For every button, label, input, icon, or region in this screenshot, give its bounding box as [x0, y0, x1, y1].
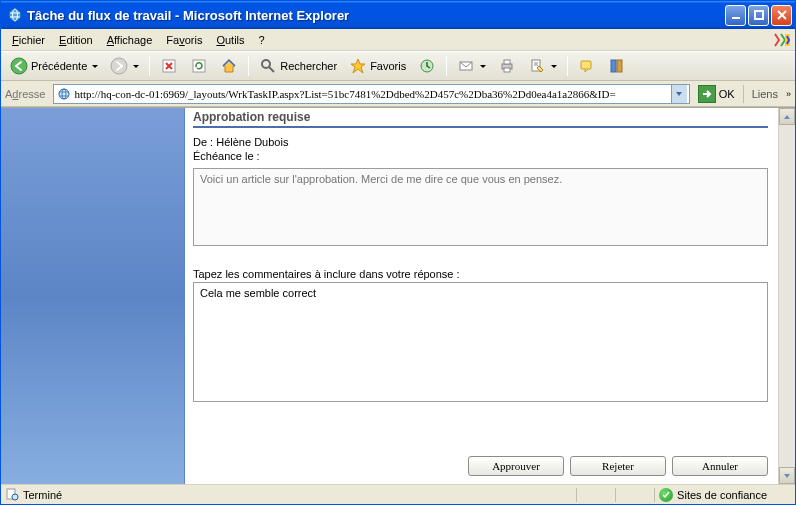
security-zone: Sites de confiance — [677, 489, 767, 501]
forward-icon — [110, 57, 128, 75]
back-button[interactable]: Précédente — [5, 54, 103, 78]
message-box: Voici un article sur l'approbation. Merc… — [193, 168, 768, 246]
svg-point-25 — [59, 89, 69, 99]
discuss-icon — [578, 57, 596, 75]
menu-help[interactable]: ? — [252, 32, 272, 48]
page-status-icon — [5, 487, 19, 503]
history-button[interactable] — [413, 54, 441, 78]
scrollbar[interactable] — [778, 108, 795, 484]
history-icon — [418, 57, 436, 75]
maximize-button[interactable] — [748, 5, 769, 26]
svg-line-13 — [269, 67, 274, 72]
back-icon — [10, 57, 28, 75]
svg-rect-22 — [581, 61, 591, 69]
links-label[interactable]: Liens — [748, 88, 782, 100]
search-button[interactable]: Rechercher — [254, 54, 342, 78]
due-line: Échéance le : — [193, 150, 768, 162]
forward-button[interactable] — [105, 54, 144, 78]
back-label: Précédente — [31, 60, 87, 72]
dropdown-icon — [480, 65, 486, 68]
dropdown-icon — [92, 65, 98, 68]
discuss-button[interactable] — [573, 54, 601, 78]
svg-point-28 — [12, 494, 18, 500]
menu-tools[interactable]: Outils — [209, 32, 251, 48]
from-label: De : — [193, 136, 213, 148]
svg-point-9 — [111, 58, 127, 74]
mail-button[interactable] — [452, 54, 491, 78]
window-title: Tâche du flux de travail - Microsoft Int… — [27, 8, 725, 23]
favorites-button[interactable]: Favoris — [344, 54, 411, 78]
status-text: Terminé — [23, 489, 62, 501]
svg-rect-18 — [504, 68, 510, 72]
reject-button[interactable]: Rejeter — [570, 456, 666, 476]
edit-icon — [528, 57, 546, 75]
dropdown-icon — [551, 65, 557, 68]
svg-point-12 — [262, 60, 270, 68]
research-icon — [608, 57, 626, 75]
print-icon — [498, 57, 516, 75]
go-arrow-icon — [698, 85, 716, 103]
dropdown-icon — [133, 65, 139, 68]
home-button[interactable] — [215, 54, 243, 78]
minimize-button[interactable] — [725, 5, 746, 26]
approve-button[interactable]: Approuver — [468, 456, 564, 476]
sidebar — [1, 108, 185, 484]
menu-file[interactable]: Fichier — [5, 32, 52, 48]
button-row: Approuver Rejeter Annuler — [468, 456, 768, 476]
stop-icon — [160, 57, 178, 75]
menu-bar: Fichier Edition Affichage Favoris Outils… — [1, 29, 795, 51]
star-icon — [349, 57, 367, 75]
cancel-button[interactable]: Annuler — [672, 456, 768, 476]
edit-button[interactable] — [523, 54, 562, 78]
menu-edit[interactable]: Edition — [52, 32, 100, 48]
favorites-label: Favoris — [370, 60, 406, 72]
home-icon — [220, 57, 238, 75]
title-bar: Tâche du flux de travail - Microsoft Int… — [1, 1, 795, 29]
search-label: Rechercher — [280, 60, 337, 72]
scroll-up-button[interactable] — [779, 108, 795, 125]
go-label: OK — [719, 88, 735, 100]
svg-rect-17 — [504, 60, 510, 64]
from-line: De : Hélène Dubois — [193, 136, 768, 148]
close-button[interactable] — [771, 5, 792, 26]
form-panel: Approbation requise De : Hélène Dubois É… — [185, 108, 778, 484]
comment-label: Tapez les commentaires à inclure dans vo… — [193, 268, 768, 280]
address-field[interactable] — [53, 84, 689, 104]
due-label: Échéance le : — [193, 150, 260, 162]
svg-rect-3 — [755, 11, 763, 19]
scroll-down-button[interactable] — [779, 467, 795, 484]
research-button[interactable] — [603, 54, 631, 78]
svg-point-0 — [9, 9, 21, 21]
toolbar: Précédente Rechercher Favoris — [1, 51, 795, 81]
address-bar: Adresse OK Liens » — [1, 81, 795, 107]
address-label: Adresse — [5, 88, 49, 100]
search-icon — [259, 57, 277, 75]
content-area: Approbation requise De : Hélène Dubois É… — [1, 107, 795, 484]
trusted-sites-icon — [659, 488, 673, 502]
address-dropdown[interactable] — [671, 85, 687, 103]
menu-favorites[interactable]: Favoris — [159, 32, 209, 48]
scroll-track[interactable] — [779, 125, 795, 467]
ie-throbber-icon — [771, 30, 793, 50]
print-button[interactable] — [493, 54, 521, 78]
page-icon — [56, 86, 72, 102]
comment-input[interactable]: Cela me semble correct — [193, 282, 768, 402]
links-chevron-icon[interactable]: » — [786, 89, 791, 99]
mail-icon — [457, 57, 475, 75]
refresh-button[interactable] — [185, 54, 213, 78]
go-button[interactable]: OK — [694, 84, 739, 104]
menu-view[interactable]: Affichage — [100, 32, 160, 48]
form-title: Approbation requise — [193, 110, 768, 128]
svg-rect-23 — [611, 60, 616, 72]
svg-rect-11 — [193, 60, 205, 72]
url-input[interactable] — [74, 88, 670, 100]
status-bar: Terminé Sites de confiance — [1, 484, 795, 504]
from-value: Hélène Dubois — [216, 136, 288, 148]
svg-point-8 — [11, 58, 27, 74]
svg-rect-24 — [617, 60, 622, 72]
ie-app-icon — [7, 7, 23, 23]
stop-button[interactable] — [155, 54, 183, 78]
refresh-icon — [190, 57, 208, 75]
